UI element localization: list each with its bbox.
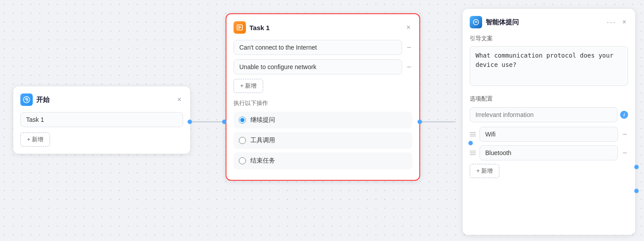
wifi-drag-handle[interactable] [470, 132, 476, 136]
task-card-close-button[interactable]: × [405, 23, 412, 32]
radio-continue-label: 继续提问 [250, 116, 275, 124]
options-section-title: 选项配置 [470, 95, 628, 103]
connector-dot-start-right[interactable] [188, 120, 192, 124]
info-icon[interactable]: i [620, 111, 628, 119]
guide-textarea[interactable]: What communication protocol does your de… [470, 46, 628, 86]
start-card-title-group: 开始 [20, 93, 50, 106]
task-icon [234, 21, 246, 34]
option-row-1: − [234, 40, 412, 55]
ai-panel-more-button[interactable]: ··· [605, 17, 618, 28]
radio-tool[interactable] [239, 137, 246, 144]
radio-end-label: 结束任务 [250, 157, 275, 165]
start-card-header: 开始 × [20, 93, 183, 106]
option-input-1[interactable] [234, 40, 402, 55]
task-card-title: Task 1 [249, 24, 270, 31]
irrelevant-row: i [470, 107, 628, 122]
start-add-button[interactable]: + 新增 [20, 132, 50, 147]
option-row-2: − [234, 59, 412, 74]
ai-panel-header-actions: ··· × [605, 17, 628, 28]
start-card-close-button[interactable]: × [176, 95, 183, 104]
task-section-label: 执行以下操作 [234, 99, 412, 107]
option-remove-1-button[interactable]: − [406, 43, 412, 52]
radio-option-continue[interactable]: 继续提问 [234, 112, 412, 128]
start-task-input[interactable] [20, 112, 183, 127]
wifi-remove-button[interactable]: − [621, 129, 628, 139]
bluetooth-input[interactable] [479, 145, 618, 160]
ai-panel-close-button[interactable]: × [621, 18, 628, 27]
radio-option-tool[interactable]: 工具调用 [234, 132, 412, 149]
connector-dot-task-right[interactable] [418, 120, 422, 124]
start-icon [20, 93, 33, 106]
drag-option-bluetooth: − [470, 145, 628, 160]
bluetooth-drag-handle[interactable] [470, 151, 476, 155]
ai-panel-title-group: 智能体提问 [470, 16, 519, 28]
ai-panel-header: 智能体提问 ··· × [470, 16, 628, 28]
option-remove-2-button[interactable]: − [406, 62, 412, 72]
task-card-header: Task 1 × [234, 21, 412, 34]
task-card-title-group: Task 1 [234, 21, 270, 34]
wifi-input[interactable] [479, 127, 618, 142]
irrelevant-input[interactable] [470, 107, 617, 122]
bluetooth-remove-button[interactable]: − [621, 148, 628, 158]
ai-panel: 智能体提问 ··· × 引导文案 What communication prot… [463, 9, 635, 235]
ai-panel-title: 智能体提问 [486, 18, 519, 27]
start-card: 开始 × + 新增 [13, 86, 190, 154]
radio-option-end[interactable]: 结束任务 [234, 152, 412, 169]
task-card: Task 1 × − − + 新增 执行以下操作 继续提问 工具调用 结束任务 [226, 13, 420, 181]
connector-dot-task-left[interactable] [222, 120, 226, 124]
radio-continue[interactable] [239, 117, 246, 124]
svg-point-1 [26, 99, 27, 101]
guide-section-title: 引导文案 [470, 35, 628, 43]
ai-panel-icon [470, 16, 482, 28]
connector-dot-ai-wifi[interactable] [634, 165, 639, 169]
task-add-option-button[interactable]: + 新增 [234, 79, 263, 93]
radio-tool-label: 工具调用 [250, 136, 275, 144]
connector-dot-ai-irrelevant[interactable] [468, 141, 473, 145]
connector-dot-ai-bluetooth[interactable] [634, 189, 639, 193]
drag-option-wifi: − [470, 127, 628, 142]
option-input-2[interactable] [234, 59, 402, 74]
svg-point-4 [475, 22, 476, 23]
start-card-title: 开始 [36, 96, 50, 104]
ai-add-option-button[interactable]: + 新增 [470, 164, 499, 178]
radio-end[interactable] [239, 157, 246, 164]
